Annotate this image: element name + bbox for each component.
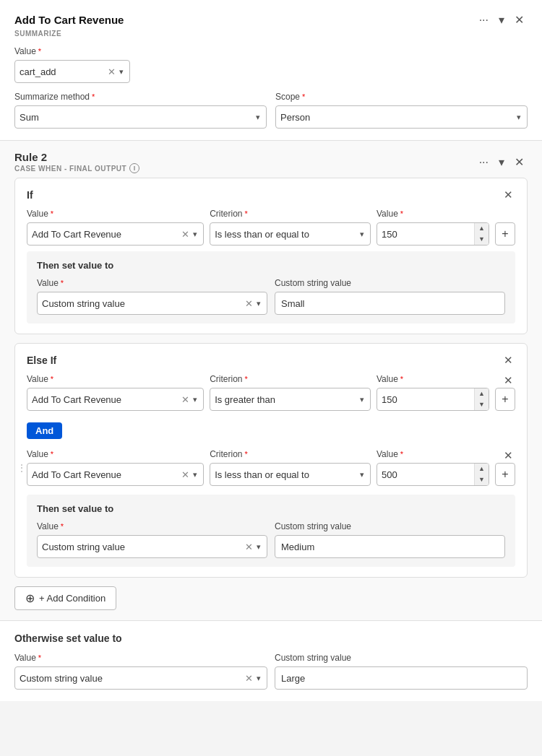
- otherwise-section: Otherwise set value to Value * Custom st…: [0, 621, 542, 701]
- else-row2-add-button[interactable]: +: [495, 463, 515, 486]
- else-row1-criterion-label: Criterion *: [210, 374, 371, 384]
- else-if-card-close-button[interactable]: ✕: [502, 354, 515, 367]
- otherwise-value-select[interactable]: Custom string value ✕ ▾: [14, 666, 267, 690]
- if-value-clear-button[interactable]: ✕: [179, 229, 192, 240]
- else-row2-criterion-chevron-icon: ▾: [358, 470, 366, 479]
- rule2-header-icons: ··· ▾ ✕: [476, 154, 528, 170]
- if-val-up-button[interactable]: ▲: [475, 223, 489, 234]
- else-row1-add-button[interactable]: +: [495, 388, 515, 411]
- else-row1-value-clear-button[interactable]: ✕: [179, 394, 192, 405]
- else-row2-value-clear-button[interactable]: ✕: [179, 469, 192, 480]
- if-criterion-select[interactable]: Is less than or equal to ▾: [210, 222, 371, 246]
- otherwise-value-label: Value *: [14, 653, 267, 663]
- else-then-value-group: Value * Custom string value ✕ ▾: [37, 521, 267, 558]
- summarize-method-value: Sum: [20, 112, 254, 123]
- rule2-more-button[interactable]: ···: [476, 155, 492, 170]
- else-if-card-header: Else If ✕: [27, 354, 515, 367]
- panel-title: Add To Cart Revenue: [14, 14, 124, 26]
- scope-label: Scope *: [275, 92, 528, 102]
- value-select-wrap[interactable]: cart_add ✕ ▾: [14, 60, 130, 83]
- if-criterion-chevron-icon: ▾: [358, 230, 366, 239]
- else-row1-val-down-button[interactable]: ▼: [475, 399, 489, 410]
- else-row2-val-down-button[interactable]: ▼: [475, 474, 489, 485]
- else-row1-val-up-button[interactable]: ▲: [475, 388, 489, 399]
- summarize-method-select[interactable]: Sum ▾: [14, 105, 267, 129]
- else-row1-criterion-group: Criterion * Is greater than ▾: [210, 374, 371, 411]
- otherwise-title: Otherwise set value to: [14, 633, 528, 644]
- panel-header: Add To Cart Revenue ··· ▾ ✕: [14, 12, 528, 28]
- else-row1-val-group: Value * ▲ ▼: [377, 374, 489, 411]
- if-then-custom-input[interactable]: [275, 292, 505, 315]
- else-row2-wrapper: ✕ ⋮⋮ Value * Add To Cart Revenue ✕ ▾: [27, 449, 515, 486]
- info-icon[interactable]: i: [129, 163, 139, 173]
- if-val-label: Value *: [377, 209, 489, 219]
- else-row2-value-label: Value *: [27, 449, 204, 459]
- close-button[interactable]: ✕: [511, 12, 528, 28]
- else-row1-val-input[interactable]: [377, 394, 474, 405]
- else-row2-value-select[interactable]: Add To Cart Revenue ✕ ▾: [27, 463, 204, 486]
- if-then-value-select[interactable]: Custom string value ✕ ▾: [37, 292, 267, 315]
- else-row2-val-input[interactable]: [377, 469, 474, 480]
- if-value-select[interactable]: Add To Cart Revenue ✕ ▾: [27, 222, 204, 246]
- else-row1-value-group: Value * Add To Cart Revenue ✕ ▾: [27, 374, 204, 411]
- and-button[interactable]: And: [27, 422, 62, 439]
- add-condition-plus-icon: ⊕: [25, 591, 35, 605]
- if-card-close-button[interactable]: ✕: [502, 188, 515, 201]
- more-options-button[interactable]: ···: [476, 12, 492, 28]
- else-row1-value-select[interactable]: Add To Cart Revenue ✕ ▾: [27, 388, 204, 411]
- rule2-section: Rule 2 CASE WHEN - FINAL OUTPUT i ··· ▾ …: [0, 141, 542, 621]
- else-then-custom-input[interactable]: [275, 535, 505, 558]
- rule2-collapse-button[interactable]: ▾: [495, 154, 508, 170]
- if-then-value-selected: Custom string value: [42, 298, 243, 309]
- else-row2-val-input-wrap[interactable]: ▲ ▼: [377, 463, 489, 486]
- else-row2-criterion-group: Criterion * Is less than or equal to ▾: [210, 449, 371, 486]
- else-row2-val-up-button[interactable]: ▲: [475, 464, 489, 474]
- else-then-custom-label: Custom string value: [275, 521, 505, 531]
- if-then-title: Then set value to: [37, 260, 505, 271]
- add-condition-label: + Add Condition: [39, 593, 106, 604]
- collapse-button[interactable]: ▾: [495, 12, 508, 28]
- if-val-down-button[interactable]: ▼: [475, 234, 489, 245]
- rule2-header-left: Rule 2 CASE WHEN - FINAL OUTPUT i: [14, 151, 139, 173]
- if-then-value-clear-button[interactable]: ✕: [243, 298, 255, 309]
- else-row2-value-chevron-icon: ▾: [192, 470, 199, 479]
- scope-select[interactable]: Person ▾: [275, 105, 528, 129]
- if-val-input-wrap[interactable]: ▲ ▼: [377, 222, 489, 246]
- else-row2-value-selected: Add To Cart Revenue: [32, 469, 179, 480]
- else-row2-criterion-select[interactable]: Is less than or equal to ▾: [210, 463, 371, 486]
- summarize-method-chevron-icon: ▾: [254, 113, 262, 122]
- otherwise-value-chevron-icon: ▾: [255, 674, 262, 683]
- value-clear-button[interactable]: ✕: [106, 66, 118, 77]
- if-add-button[interactable]: +: [495, 222, 515, 246]
- else-row2-criterion-value: Is less than or equal to: [215, 469, 358, 480]
- else-row1-val-input-wrap[interactable]: ▲ ▼: [377, 388, 489, 411]
- otherwise-value-clear-button[interactable]: ✕: [243, 673, 255, 684]
- value-chevron-icon: ▾: [118, 67, 125, 77]
- if-value-selected: Add To Cart Revenue: [32, 229, 179, 240]
- scope-value: Person: [280, 112, 515, 123]
- if-then-custom-label: Custom string value: [275, 278, 505, 288]
- rule2-subtitle: CASE WHEN - FINAL OUTPUT i: [14, 163, 139, 173]
- else-then-value-clear-button[interactable]: ✕: [243, 542, 255, 552]
- else-row2-val-group: Value * ▲ ▼: [377, 449, 489, 486]
- otherwise-custom-input[interactable]: [275, 666, 528, 690]
- else-row2-value-group: Value * Add To Cart Revenue ✕ ▾: [27, 449, 204, 486]
- value-label: Value *: [14, 46, 528, 56]
- else-then-section: Then set value to Value * Custom string …: [27, 495, 515, 567]
- else-then-row: Value * Custom string value ✕ ▾ Custom s…: [37, 521, 505, 558]
- else-row1-criterion-chevron-icon: ▾: [358, 395, 366, 404]
- scope-chevron-icon: ▾: [515, 113, 522, 122]
- else-then-custom-group: Custom string value: [275, 521, 505, 558]
- add-condition-button[interactable]: ⊕ + Add Condition: [14, 586, 116, 610]
- if-val-input[interactable]: [377, 229, 474, 240]
- summarize-method-group: Summarize method * Sum ▾: [14, 92, 267, 129]
- if-card: If ✕ Value * Add To Cart Revenue ✕ ▾: [14, 178, 528, 334]
- rule2-close-button[interactable]: ✕: [511, 154, 528, 170]
- if-criterion-value: Is less than or equal to: [215, 229, 358, 240]
- otherwise-value-group: Value * Custom string value ✕ ▾: [14, 653, 267, 690]
- else-then-value-select[interactable]: Custom string value ✕ ▾: [37, 535, 267, 558]
- else-row1-criterion-select[interactable]: Is greater than ▾: [210, 388, 371, 411]
- if-then-value-group: Value * Custom string value ✕ ▾: [37, 278, 267, 315]
- else-then-value-label: Value *: [37, 521, 267, 531]
- else-row1-value-label: Value *: [27, 374, 204, 384]
